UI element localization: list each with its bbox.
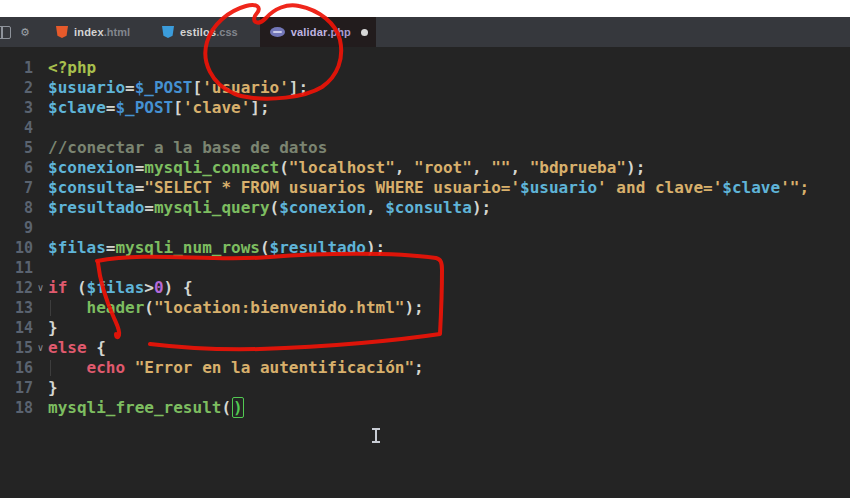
code-text: $conexion=mysqli_connect("localhost", "r… xyxy=(48,158,645,178)
code-text: } xyxy=(48,318,58,338)
tab-label-ext: .css xyxy=(216,26,237,38)
tab-validar-php[interactable]: validar.php xyxy=(260,17,376,47)
line-number: 18 xyxy=(0,398,33,418)
code-text: else { xyxy=(48,338,106,358)
fold-chevron-icon[interactable]: ∨ xyxy=(33,278,48,298)
tab-index-html[interactable]: index.html xyxy=(46,17,140,47)
line-number: 4 xyxy=(0,118,33,138)
code-line-17[interactable]: 17} xyxy=(0,378,850,398)
line-number: 1 xyxy=(0,58,33,78)
fold-chevron-icon[interactable]: ∨ xyxy=(33,338,48,358)
tab-label: index xyxy=(74,26,104,38)
line-number: 5 xyxy=(0,138,33,158)
code-line-5[interactable]: 5//conectar a la base de datos xyxy=(0,138,850,158)
tab-label: estilos xyxy=(180,26,216,38)
modified-dot-icon xyxy=(361,29,368,36)
code-line-11[interactable]: 11 xyxy=(0,258,850,278)
code-editor-area[interactable]: 1<?php2$usuario=$_POST['usuario'];3$clav… xyxy=(0,47,850,498)
tab-label-ext: .php xyxy=(328,26,351,38)
settings-gear-icon[interactable]: ⚙ xyxy=(18,26,32,39)
tab-label: validar xyxy=(291,26,328,38)
code-text: if ($filas>0) { xyxy=(48,278,193,298)
line-number: 3 xyxy=(0,98,33,118)
top-white-margin xyxy=(0,0,850,17)
code-line-8[interactable]: 8$resultado=mysqli_query($conexion, $con… xyxy=(0,198,850,218)
code-line-18[interactable]: 18mysqli_free_result() xyxy=(0,398,850,418)
line-number: 9 xyxy=(0,218,33,238)
tab-estilos-css[interactable]: estilos.css xyxy=(152,17,248,47)
code-lines-container: 1<?php2$usuario=$_POST['usuario'];3$clav… xyxy=(0,58,850,418)
code-line-9[interactable]: 9 xyxy=(0,218,850,238)
code-text: $usuario=$_POST['usuario']; xyxy=(48,78,308,98)
code-text: //conectar a la base de datos xyxy=(48,138,327,158)
code-line-6[interactable]: 6$conexion=mysqli_connect("localhost", "… xyxy=(0,158,850,178)
code-text: $consulta="SELECT * FROM usuarios WHERE … xyxy=(48,178,809,198)
code-line-13[interactable]: 13 header("location:bienvenido.html"); xyxy=(0,298,850,318)
split-editor-icon[interactable] xyxy=(0,26,11,39)
line-number: 15 xyxy=(0,338,33,358)
code-line-3[interactable]: 3$clave=$_POST['clave']; xyxy=(0,98,850,118)
line-number: 2 xyxy=(0,78,33,98)
line-number: 11 xyxy=(0,258,33,278)
css-file-icon xyxy=(162,26,174,38)
code-line-16[interactable]: 16 echo "Error en la autentificación"; xyxy=(0,358,850,378)
code-line-4[interactable]: 4 xyxy=(0,118,850,138)
code-line-12[interactable]: 12∨if ($filas>0) { xyxy=(0,278,850,298)
screenshot-stage: ⚙ index.html estilos.css validar.php 1<?… xyxy=(0,0,850,498)
code-text: header("location:bienvenido.html"); xyxy=(48,298,424,318)
text-cursor-ibeam xyxy=(372,428,380,443)
code-text: echo "Error en la autentificación"; xyxy=(48,358,424,378)
line-number: 12 xyxy=(0,278,33,298)
line-number: 6 xyxy=(0,158,33,178)
line-number: 16 xyxy=(0,358,33,378)
editor-tab-bar: ⚙ index.html estilos.css validar.php xyxy=(0,17,850,47)
code-text: mysqli_free_result() xyxy=(48,398,244,418)
line-number: 17 xyxy=(0,378,33,398)
code-line-15[interactable]: 15∨else { xyxy=(0,338,850,358)
line-number: 8 xyxy=(0,198,33,218)
code-text: } xyxy=(48,378,58,398)
code-line-14[interactable]: 14} xyxy=(0,318,850,338)
code-editor-window: ⚙ index.html estilos.css validar.php 1<?… xyxy=(0,17,850,498)
html-file-icon xyxy=(56,26,68,38)
code-text: <?php xyxy=(48,58,96,78)
code-line-2[interactable]: 2$usuario=$_POST['usuario']; xyxy=(0,78,850,98)
code-text: $filas=mysqli_num_rows($resultado); xyxy=(48,238,385,258)
line-number: 10 xyxy=(0,238,33,258)
code-line-1[interactable]: 1<?php xyxy=(0,58,850,78)
line-number: 13 xyxy=(0,298,33,318)
line-number: 14 xyxy=(0,318,33,338)
code-text: $resultado=mysqli_query($conexion, $cons… xyxy=(48,198,491,218)
code-line-7[interactable]: 7$consulta="SELECT * FROM usuarios WHERE… xyxy=(0,178,850,198)
line-number: 7 xyxy=(0,178,33,198)
php-file-icon xyxy=(270,27,285,37)
code-text: $clave=$_POST['clave']; xyxy=(48,98,270,118)
tab-label-ext: .html xyxy=(104,26,130,38)
code-line-10[interactable]: 10$filas=mysqli_num_rows($resultado); xyxy=(0,238,850,258)
